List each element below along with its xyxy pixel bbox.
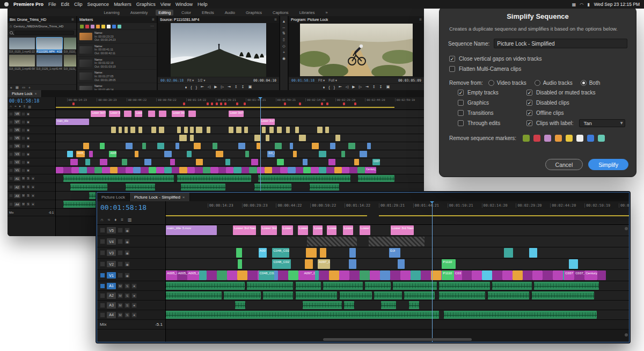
sequence-marker[interactable] <box>211 103 213 105</box>
label-color-dropdown[interactable]: Tan▾ <box>579 119 625 127</box>
sequence-marker[interactable] <box>216 103 218 105</box>
clip[interactable] <box>295 127 299 133</box>
display-status-icon[interactable]: ▦ <box>572 2 576 7</box>
clip[interactable] <box>87 167 94 173</box>
clip[interactable] <box>196 159 203 165</box>
clip[interactable] <box>118 167 125 173</box>
clip[interactable] <box>218 167 226 173</box>
sync-lock-icon[interactable] <box>118 250 123 255</box>
clip[interactable] <box>100 143 104 149</box>
lock-icon[interactable] <box>100 312 105 318</box>
scroll-down-button[interactable] <box>625 333 628 337</box>
mute-icon[interactable]: M <box>21 202 25 206</box>
clip[interactable] <box>523 270 533 280</box>
program-resolution-dropdown[interactable]: Full ▾ <box>328 78 337 83</box>
record-arm-icon[interactable]: ● <box>131 312 137 318</box>
lock-icon[interactable] <box>9 120 13 124</box>
sync-lock-icon[interactable] <box>21 136 25 140</box>
bin-item-dji-0125-1-mp4[interactable]: DJI_0125_1.mp40:58 <box>9 55 35 70</box>
clip[interactable] <box>122 159 127 165</box>
workspace-tab-effects[interactable]: Effects <box>199 10 217 16</box>
clip[interactable] <box>502 270 513 280</box>
solo-icon[interactable]: S <box>125 303 130 308</box>
clip[interactable] <box>439 282 490 290</box>
extract-icon[interactable]: ↧ <box>379 85 383 89</box>
clip[interactable] <box>553 270 563 280</box>
clip[interactable] <box>217 270 227 280</box>
clip[interactable]: A005_C039 <box>166 270 177 280</box>
pen-tool-icon[interactable]: + <box>283 50 285 54</box>
playhead[interactable] <box>432 201 433 342</box>
clip[interactable] <box>411 270 421 280</box>
clip[interactable] <box>179 135 187 141</box>
clip[interactable] <box>344 301 354 309</box>
more-icon[interactable]: ⋯ <box>150 24 154 28</box>
bin-item-dji-0110-1-mp4[interactable]: DJI_0110_1.mp41:05 <box>64 38 76 53</box>
clip[interactable] <box>341 151 345 157</box>
sync-lock-icon[interactable] <box>118 239 123 244</box>
sequence-marker[interactable] <box>326 103 328 105</box>
lock-icon[interactable] <box>9 202 13 206</box>
clip[interactable] <box>151 127 156 133</box>
clip[interactable] <box>235 301 245 309</box>
clip[interactable]: C048_C02 <box>259 270 274 280</box>
clip[interactable] <box>241 167 249 173</box>
clip[interactable] <box>320 248 326 258</box>
mute-icon[interactable]: M <box>21 194 25 198</box>
breadcrumb[interactable]: Century_/MEDIA/Drone_Trims_HD <box>13 25 63 28</box>
clip[interactable]: DJI <box>389 248 400 258</box>
clip[interactable] <box>266 135 269 141</box>
sequence-tab-picture-lock-simplified[interactable]: Picture Lock - Simplified× <box>130 193 189 201</box>
clip[interactable] <box>207 127 210 133</box>
clip[interactable] <box>312 143 319 149</box>
clip[interactable] <box>349 167 357 173</box>
track-badge[interactable]: V5 <box>14 136 20 140</box>
sequence-marker[interactable] <box>284 103 286 105</box>
clip[interactable] <box>269 127 274 133</box>
caption-track-icon[interactable]: ▥ <box>128 217 132 222</box>
clip[interactable] <box>307 237 357 246</box>
clip[interactable] <box>367 143 371 149</box>
clip[interactable] <box>328 159 336 165</box>
sequence-marker[interactable] <box>236 103 238 105</box>
clip[interactable] <box>319 270 329 280</box>
sequence-marker[interactable] <box>299 103 301 105</box>
bin-item-dji-0126-1-mp4[interactable]: DJI_0126_1.mp41:44 <box>36 55 62 70</box>
marker-color-swatch[interactable] <box>576 135 583 142</box>
close-icon[interactable]: × <box>35 92 37 96</box>
clip[interactable]: Lower 3rd Nam <box>233 225 256 235</box>
clip[interactable] <box>462 270 472 280</box>
clip[interactable] <box>177 175 251 182</box>
timeline-ruler[interactable]: 00:00:14:2300:00:29:2300:00:44:2200:00:5… <box>56 97 424 110</box>
track-badge[interactable]: V4 <box>14 144 20 148</box>
clip[interactable] <box>70 159 78 165</box>
sequence-marker[interactable] <box>354 103 356 105</box>
clip[interactable] <box>233 167 241 173</box>
clip[interactable] <box>374 291 402 299</box>
workspace-tab-color[interactable]: Color <box>179 10 194 16</box>
clip[interactable] <box>227 270 237 280</box>
clip[interactable] <box>67 151 73 157</box>
solo-icon[interactable]: S <box>26 194 30 198</box>
lock-icon[interactable] <box>100 283 105 289</box>
clip[interactable] <box>126 143 132 149</box>
clip[interactable] <box>159 127 164 133</box>
new-bin-icon[interactable]: ▭ <box>22 85 25 90</box>
panel-menu-icon[interactable]: ≡ <box>419 17 422 22</box>
clip[interactable] <box>100 159 107 165</box>
clip[interactable] <box>492 282 531 290</box>
lock-icon[interactable] <box>9 169 13 172</box>
clip[interactable] <box>166 282 245 290</box>
marker-color-swatch[interactable] <box>523 135 530 142</box>
menu-help[interactable]: Help <box>197 2 208 7</box>
clip[interactable] <box>124 111 131 117</box>
step-back-icon[interactable]: ◁ <box>208 85 210 89</box>
clip[interactable] <box>229 127 233 133</box>
sync-lock-icon[interactable] <box>21 112 25 116</box>
selection-tool-icon[interactable]: ▲ <box>282 19 286 23</box>
clip[interactable] <box>63 167 71 173</box>
clip[interactable] <box>288 167 295 173</box>
clip[interactable]: Lower 3rd N <box>229 111 243 117</box>
marker-entry[interactable]: Name:In: 00:00:41:11Out: 00:00:42:11 <box>77 43 157 57</box>
clip[interactable]: Century_ <box>584 270 597 280</box>
